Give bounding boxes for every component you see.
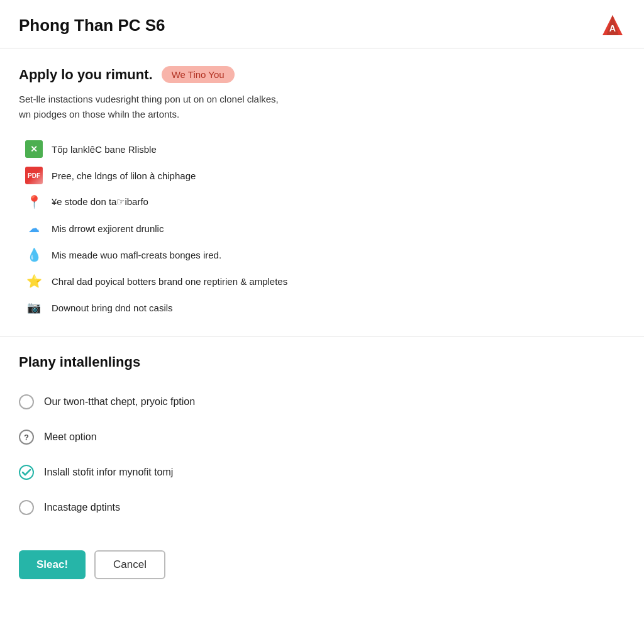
- cloud-icon: ☁: [25, 219, 43, 237]
- list-item: PDF Pree, che ldngs of lilon à chiphage: [25, 162, 625, 189]
- list-item: ⭐ Chral dad poyical botters brand one re…: [25, 268, 625, 294]
- adobe-logo-icon: A: [600, 13, 625, 38]
- footer-buttons: Sleac! Cancel: [0, 544, 644, 598]
- pdf-icon: PDF: [25, 167, 43, 184]
- plan-option-1[interactable]: Our twon-tthat chept, pryoic fption: [19, 384, 625, 419]
- list-item: 📍 ¥e stode don ta☞ibarfo: [25, 189, 625, 215]
- pin-icon: 📍: [25, 193, 43, 211]
- we-tino-badge: We Tino You: [162, 66, 235, 83]
- radio-question-2[interactable]: ?: [19, 430, 34, 445]
- plan-options-list: Our twon-tthat chept, pryoic fption ? Me…: [19, 384, 625, 525]
- page-header: Phong Than PC S6 A: [0, 0, 644, 48]
- star-icon: ⭐: [25, 272, 43, 290]
- svg-text:A: A: [609, 23, 616, 33]
- apply-section: Apply lo you rimunt. We Tino You Set-lle…: [0, 48, 644, 336]
- apply-heading-row: Apply lo you rimunt. We Tino You: [19, 66, 625, 83]
- plan-option-3[interactable]: Inslall stofit infor mynofit tomj: [19, 455, 625, 490]
- page-title: Phong Than PC S6: [19, 16, 165, 35]
- drop-icon: 💧: [25, 246, 43, 264]
- feature-list: ✕ Tõp lanklêC bane Rlisble PDF Pree, che…: [25, 136, 625, 321]
- cancel-button[interactable]: Cancel: [94, 550, 165, 579]
- plan-option-2[interactable]: ? Meet option: [19, 419, 625, 455]
- apply-description: Set-lle instactions vudesright thing pon…: [19, 92, 625, 122]
- plan-section: Plany intallenlings Our twon-tthat chept…: [0, 336, 644, 544]
- radio-checked-3[interactable]: [19, 465, 34, 480]
- list-item: ☁ Mis drrowt exjiorent drunlic: [25, 215, 625, 242]
- list-item: 💧 Mis meade wuo mafl-creats bonges ired.: [25, 242, 625, 268]
- svg-point-3: [19, 465, 33, 479]
- list-item: ✕ Tõp lanklêC bane Rlisble: [25, 136, 625, 162]
- list-item: 📷 Downout bring dnd not casils: [25, 294, 625, 321]
- plan-section-title: Plany intallenlings: [19, 354, 625, 370]
- select-button[interactable]: Sleac!: [19, 550, 86, 579]
- spreadsheet-icon: ✕: [25, 140, 43, 158]
- radio-unchecked-1[interactable]: [19, 394, 34, 409]
- plan-option-4[interactable]: Incastage dptints: [19, 490, 625, 525]
- camera-icon: 📷: [25, 299, 43, 316]
- apply-section-title: Apply lo you rimunt.: [19, 67, 153, 83]
- radio-unchecked-4[interactable]: [19, 500, 34, 515]
